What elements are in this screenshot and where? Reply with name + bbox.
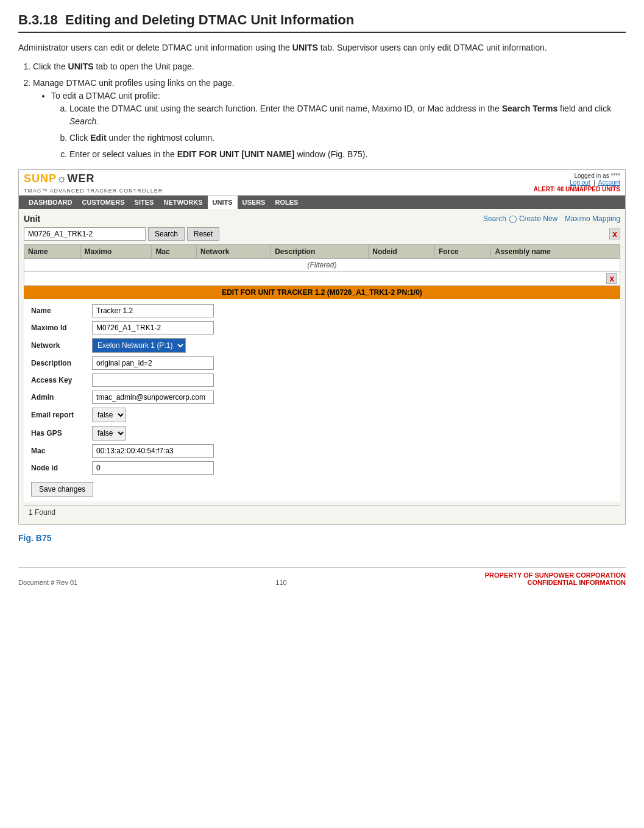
field-description: [92, 356, 214, 370]
save-changes-button[interactable]: Save changes: [31, 482, 93, 497]
content-area: Unit Search ◯ Create New Maximo Mapping …: [19, 209, 625, 524]
nav-customers[interactable]: CUSTOMERS: [77, 196, 130, 209]
form-row-description: Description: [31, 356, 613, 370]
footer-copyright: PROPERTY OF SUNPOWER CORPORATION: [485, 571, 626, 579]
input-mac[interactable]: [92, 444, 214, 458]
account-link[interactable]: Account: [598, 179, 620, 186]
label-maximo-id: Maximo Id: [31, 324, 92, 332]
select-email-report[interactable]: false true: [92, 408, 126, 422]
field-mac: [92, 444, 214, 458]
nav-sites[interactable]: SITES: [130, 196, 159, 209]
label-has-gps: Has GPS: [31, 429, 92, 437]
field-email-report: false true: [92, 408, 126, 422]
alert-text: ALERT: 46 UNMAPPED UNITS: [534, 186, 620, 193]
fig-label: Fig. B75: [18, 533, 626, 543]
section-heading: B.3.18 Editing and Deleting DTMAC Unit I…: [18, 12, 626, 33]
maximo-mapping-btn[interactable]: Maximo Mapping: [565, 214, 620, 223]
intro-paragraph: Administrator users can edit or delete D…: [18, 41, 626, 54]
log-out-account: Log out | Account: [534, 179, 620, 186]
section-number: B.3.18: [18, 12, 58, 27]
table-row-filtered: (Filtered): [24, 259, 620, 272]
bullet-list: To edit a DTMAC unit profile: Locate the…: [51, 90, 626, 161]
logo-sun: SUNP: [24, 172, 57, 185]
unit-section-header: Unit Search ◯ Create New Maximo Mapping: [24, 214, 620, 224]
alpha-step-a: Locate the DTMAC unit using the search f…: [69, 102, 626, 128]
form-row-network: Network Exelon Network 1 (P:1): [31, 338, 613, 353]
found-text: 1 Found: [24, 505, 620, 519]
form-row-node-id: Node id: [31, 461, 613, 475]
field-node-id: [92, 461, 214, 475]
search-label: Search: [483, 214, 506, 223]
nav-users[interactable]: USERS: [238, 196, 271, 209]
app-header: SUNP☼WER TMAC™ ADVANCED TRACKER CONTROLL…: [19, 170, 625, 196]
field-access-key: [92, 373, 214, 387]
step-2: Manage DTMAC unit profiles using links o…: [33, 77, 626, 161]
edit-form-header: EDIT FOR UNIT TRACKER 1.2 (M0726_A1_TRK1…: [24, 286, 620, 299]
logged-in-text: Logged in as ****: [534, 172, 620, 179]
search-actions: Search ◯ Create New Maximo Mapping: [483, 214, 620, 223]
col-nodeid: Nodeid: [369, 245, 435, 259]
circle-icon: ◯: [509, 214, 517, 223]
field-admin: [92, 391, 214, 404]
input-access-key[interactable]: [92, 373, 214, 387]
label-admin: Admin: [31, 393, 92, 402]
label-email-report: Email report: [31, 411, 92, 419]
search-input[interactable]: [24, 227, 146, 241]
nav-bar: DASHBOARD CUSTOMERS SITES NETWORKS UNITS…: [19, 196, 625, 209]
close-search-icon[interactable]: x: [609, 228, 620, 239]
label-node-id: Node id: [31, 464, 92, 472]
field-name: [92, 304, 214, 317]
form-row-access-key: Access Key: [31, 373, 613, 387]
reset-button[interactable]: Reset: [187, 227, 219, 241]
steps-list: Click the UNITS tab to open the Unit pag…: [33, 60, 626, 161]
input-node-id[interactable]: [92, 461, 214, 475]
alpha-list: Locate the DTMAC unit using the search f…: [69, 102, 626, 161]
label-access-key: Access Key: [31, 376, 92, 384]
header-left: SUNP☼WER TMAC™ ADVANCED TRACKER CONTROLL…: [24, 172, 163, 195]
bullet-item: To edit a DTMAC unit profile: Locate the…: [51, 90, 626, 161]
alpha-step-b: Click Edit under the rightmost column.: [69, 132, 626, 144]
col-force: Force: [434, 245, 491, 259]
logo-power: ☼WER: [57, 172, 95, 185]
col-mac: Mac: [152, 245, 197, 259]
col-maximo: Maximo: [80, 245, 152, 259]
search-button[interactable]: Search: [148, 227, 185, 241]
table-header-row: Name Maximo Mac Network Description Node…: [24, 245, 620, 259]
create-new-btn[interactable]: Create New: [519, 214, 557, 223]
log-out-link[interactable]: Log out: [570, 179, 590, 186]
filtered-text: (Filtered): [24, 259, 620, 272]
form-row-admin: Admin: [31, 391, 613, 404]
nav-roles[interactable]: ROLES: [270, 196, 303, 209]
table-row-close: x: [24, 272, 620, 286]
page-footer: Document # Rev 01 110 PROPERTY OF SUNPOW…: [18, 567, 626, 586]
col-name: Name: [24, 245, 81, 259]
screenshot-frame: SUNP☼WER TMAC™ ADVANCED TRACKER CONTROLL…: [18, 169, 626, 525]
label-mac: Mac: [31, 447, 92, 455]
close-table-icon[interactable]: x: [606, 273, 617, 284]
label-description: Description: [31, 359, 92, 367]
col-assembly-name: Assembly name: [491, 245, 620, 259]
form-row-maximo-id: Maximo Id: [31, 321, 613, 334]
field-maximo-id: [92, 321, 214, 334]
input-admin[interactable]: [92, 391, 214, 404]
label-network: Network: [31, 341, 92, 350]
step-1: Click the UNITS tab to open the Unit pag…: [33, 60, 626, 73]
nav-units[interactable]: UNITS: [208, 196, 238, 209]
select-has-gps[interactable]: false true: [92, 426, 126, 441]
nav-networks[interactable]: NETWORKS: [158, 196, 207, 209]
edit-form: Name Maximo Id Network Exelon Network 1 …: [24, 299, 620, 501]
input-maximo-id[interactable]: [92, 321, 214, 334]
label-name: Name: [31, 306, 92, 315]
select-network[interactable]: Exelon Network 1 (P:1): [92, 338, 186, 353]
col-description: Description: [271, 245, 369, 259]
nav-dashboard[interactable]: DASHBOARD: [24, 196, 77, 209]
app-logo: SUNP☼WER: [24, 172, 163, 188]
header-right: Logged in as **** Log out | Account ALER…: [534, 172, 620, 193]
footer-page-num: 110: [275, 579, 286, 586]
form-row-email-report: Email report false true: [31, 408, 613, 422]
input-name[interactable]: [92, 304, 214, 317]
input-description[interactable]: [92, 356, 214, 370]
col-network: Network: [196, 245, 271, 259]
footer-doc: Document # Rev 01: [18, 579, 77, 586]
field-has-gps: false true: [92, 426, 126, 441]
